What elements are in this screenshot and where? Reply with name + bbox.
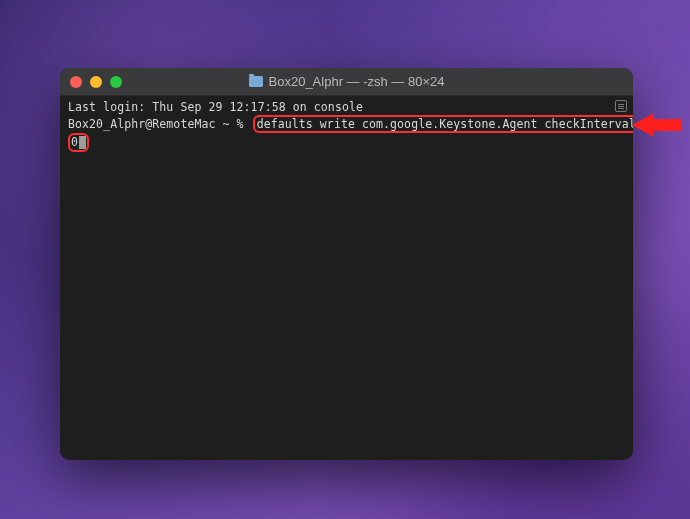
svg-marker-0 [632, 113, 682, 137]
command-highlighted-2: 0 [71, 135, 78, 149]
window-title-text: Box20_Alphr — -zsh — 80×24 [269, 74, 445, 89]
traffic-lights [70, 76, 122, 88]
annotation-arrow-icon [632, 113, 682, 137]
command-line: Box20_Alphr@RemoteMac ~ % defaults write… [68, 115, 625, 134]
window-title: Box20_Alphr — -zsh — 80×24 [60, 74, 633, 89]
cursor [79, 136, 86, 149]
zoom-button[interactable] [110, 76, 122, 88]
minimize-button[interactable] [90, 76, 102, 88]
folder-icon [249, 76, 263, 87]
titlebar[interactable]: Box20_Alphr — -zsh — 80×24 [60, 68, 633, 96]
close-button[interactable] [70, 76, 82, 88]
command-line-2: 0 [68, 133, 625, 152]
command-highlighted-1: defaults write com.google.Keystone.Agent… [253, 115, 633, 134]
terminal-window: Box20_Alphr — -zsh — 80×24 Last login: T… [60, 68, 633, 460]
terminal-body[interactable]: Last login: Thu Sep 29 12:17:58 on conso… [60, 96, 633, 460]
prompt: Box20_Alphr@RemoteMac ~ % [68, 117, 244, 131]
sidebar-icon[interactable] [615, 100, 627, 112]
last-login-line: Last login: Thu Sep 29 12:17:58 on conso… [68, 100, 625, 115]
